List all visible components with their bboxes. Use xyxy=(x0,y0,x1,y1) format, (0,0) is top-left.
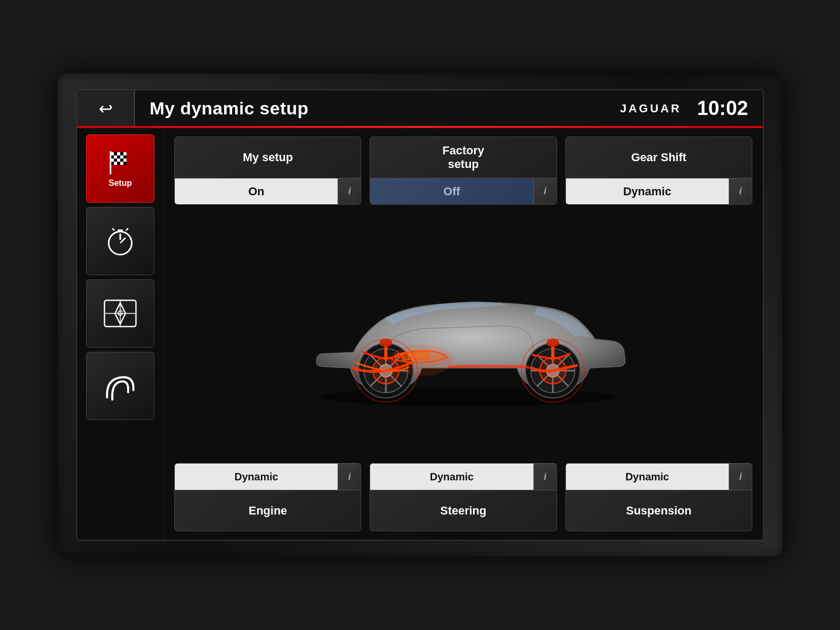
steering-info-button[interactable]: i xyxy=(533,464,556,490)
gear-shift-info-button[interactable]: i xyxy=(729,178,752,204)
steering-top: Dynamic i xyxy=(370,464,556,490)
svg-rect-11 xyxy=(114,159,117,162)
steering-value[interactable]: Dynamic xyxy=(370,464,533,490)
checkered-flag-icon xyxy=(107,149,134,176)
gear-shift-title: Gear Shift xyxy=(566,137,752,178)
gmeter-icon: G xyxy=(102,298,139,329)
clock-display: 10:02 xyxy=(697,97,763,120)
factory-setup-info-button[interactable]: i xyxy=(533,178,556,204)
svg-rect-3 xyxy=(120,152,123,155)
engine-label: Engine xyxy=(175,490,361,531)
suspension-label: Suspension xyxy=(566,490,752,531)
my-setup-bottom: On i xyxy=(175,178,361,204)
setup-cards-row: My setup On i Factory setup Off xyxy=(174,136,752,205)
suspension-info-button[interactable]: i xyxy=(729,464,752,490)
svg-rect-8 xyxy=(120,155,123,159)
my-setup-card[interactable]: My setup On i xyxy=(174,136,361,205)
sidebar-item-stopwatch[interactable] xyxy=(86,207,154,275)
track-icon xyxy=(102,369,139,403)
my-setup-info-button[interactable]: i xyxy=(338,178,361,204)
main-content: Setup xyxy=(77,128,763,540)
svg-rect-12 xyxy=(117,159,120,162)
stopwatch-icon xyxy=(103,224,137,258)
outer-bezel: ↩ My dynamic setup JAGUAR 10:02 xyxy=(58,74,782,556)
factory-setup-title: Factory setup xyxy=(370,137,556,178)
page-title: My dynamic setup xyxy=(135,98,620,119)
suspension-card[interactable]: Dynamic i Suspension xyxy=(565,463,752,531)
back-button[interactable]: ↩ xyxy=(77,90,135,128)
svg-rect-13 xyxy=(120,159,123,162)
factory-setup-card[interactable]: Factory setup Off i xyxy=(370,136,556,205)
steering-card[interactable]: Dynamic i Steering xyxy=(370,463,556,531)
setup-label: Setup xyxy=(109,178,132,188)
svg-rect-1 xyxy=(114,152,117,155)
sidebar-item-gmeter[interactable]: G xyxy=(86,279,154,348)
sidebar-item-track[interactable] xyxy=(86,352,154,420)
svg-line-26 xyxy=(126,228,128,230)
screen: ↩ My dynamic setup JAGUAR 10:02 xyxy=(76,89,764,541)
gear-shift-bottom: Dynamic i xyxy=(566,178,752,204)
sidebar: Setup xyxy=(77,128,164,540)
factory-setup-value[interactable]: Off xyxy=(370,178,533,204)
engine-value[interactable]: Dynamic xyxy=(175,464,338,490)
car-visualization xyxy=(174,211,752,457)
svg-rect-4 xyxy=(123,152,127,155)
sidebar-item-setup[interactable]: Setup xyxy=(86,134,154,203)
suspension-value[interactable]: Dynamic xyxy=(566,464,729,490)
my-setup-value[interactable]: On xyxy=(175,178,338,204)
svg-point-58 xyxy=(540,358,566,384)
factory-setup-bottom: Off i xyxy=(370,178,556,204)
svg-rect-20 xyxy=(110,151,111,174)
svg-rect-9 xyxy=(123,155,127,159)
svg-rect-17 xyxy=(117,162,120,165)
steering-label: Steering xyxy=(370,490,556,531)
content-area: My setup On i Factory setup Off xyxy=(164,128,763,540)
car-svg xyxy=(275,258,653,410)
engine-card[interactable]: Dynamic i Engine xyxy=(174,463,361,531)
back-arrow-icon: ↩ xyxy=(99,99,113,119)
svg-rect-2 xyxy=(117,152,120,155)
svg-rect-7 xyxy=(117,155,120,159)
svg-rect-6 xyxy=(114,155,117,159)
svg-rect-24 xyxy=(118,229,123,232)
svg-rect-19 xyxy=(123,162,127,165)
engine-top: Dynamic i xyxy=(175,464,361,490)
header: ↩ My dynamic setup JAGUAR 10:02 xyxy=(77,90,763,128)
svg-text:G: G xyxy=(118,309,123,317)
gear-shift-card[interactable]: Gear Shift Dynamic i xyxy=(565,136,752,205)
my-setup-title: My setup xyxy=(175,137,361,178)
control-cards-row: Dynamic i Engine Dynamic i Steering xyxy=(174,463,752,531)
brand-logo: JAGUAR xyxy=(620,102,697,116)
engine-info-button[interactable]: i xyxy=(338,464,361,490)
svg-rect-16 xyxy=(114,162,117,165)
svg-rect-14 xyxy=(123,159,127,162)
svg-line-25 xyxy=(112,228,114,230)
suspension-top: Dynamic i xyxy=(566,464,752,490)
svg-rect-18 xyxy=(120,162,123,165)
gear-shift-value[interactable]: Dynamic xyxy=(566,178,729,204)
